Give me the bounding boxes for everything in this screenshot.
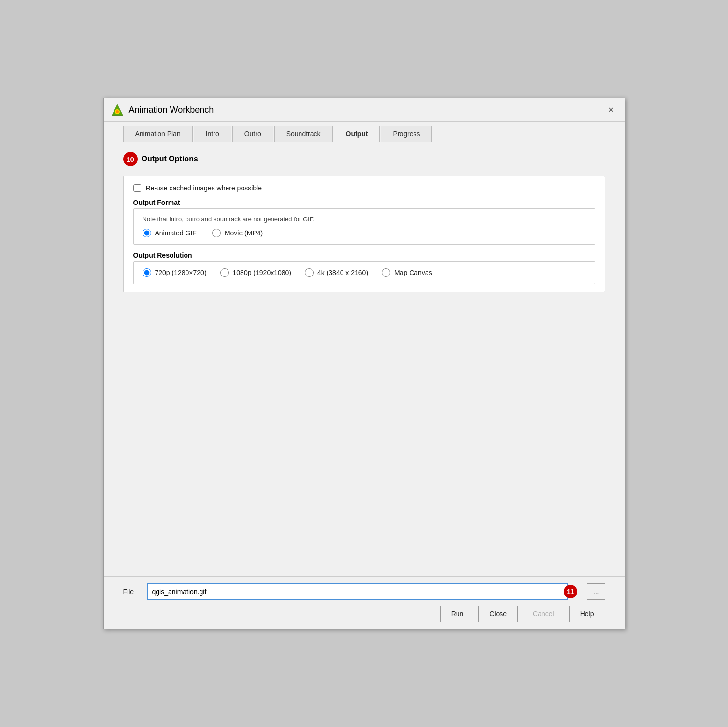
res-4k-label: 4k (3840 x 2160) bbox=[317, 269, 368, 276]
res-4k-radio[interactable] bbox=[305, 268, 314, 277]
format-mp4-item[interactable]: Movie (MP4) bbox=[212, 229, 263, 237]
cache-checkbox-row: Re-use cached images where possible bbox=[133, 184, 595, 192]
help-button[interactable]: Help bbox=[569, 606, 605, 622]
tab-outro[interactable]: Outro bbox=[232, 126, 273, 142]
close-button[interactable]: Close bbox=[478, 606, 518, 622]
res-720p-radio[interactable] bbox=[143, 268, 151, 277]
options-box: Re-use cached images where possible Outp… bbox=[123, 176, 605, 292]
format-box: Note that intro, outro and sountrack are… bbox=[133, 208, 595, 245]
format-mp4-label: Movie (MP4) bbox=[225, 229, 263, 237]
tab-soundtrack[interactable]: Soundtrack bbox=[274, 126, 333, 142]
close-window-button[interactable]: × bbox=[604, 103, 618, 116]
file-badge: 11 bbox=[564, 585, 577, 598]
format-radio-row: Animated GIF Movie (MP4) bbox=[143, 229, 586, 237]
cache-label[interactable]: Re-use cached images where possible bbox=[146, 184, 262, 192]
res-canvas-radio[interactable] bbox=[382, 268, 390, 277]
output-options-header: 10 Output Options bbox=[123, 152, 605, 166]
main-content: 10 Output Options Re-use cached images w… bbox=[104, 142, 625, 576]
format-note: Note that intro, outro and sountrack are… bbox=[143, 216, 586, 223]
res-canvas-label: Map Canvas bbox=[394, 269, 432, 276]
cancel-button[interactable]: Cancel bbox=[522, 606, 565, 622]
output-resolution-section: Output Resolution 720p (1280×720) 1080p … bbox=[133, 251, 595, 284]
window-title: Animation Workbench bbox=[129, 105, 214, 115]
cache-checkbox[interactable] bbox=[133, 184, 141, 192]
res-1080p-label: 1080p (1920x1080) bbox=[233, 269, 291, 276]
format-mp4-radio[interactable] bbox=[212, 229, 221, 237]
main-window: Animation Workbench × Animation Plan Int… bbox=[103, 98, 625, 629]
res-canvas-item[interactable]: Map Canvas bbox=[382, 268, 432, 277]
bottom-bar: File 11 ... Run Close Cancel Help bbox=[104, 576, 625, 629]
resolution-box: 720p (1280×720) 1080p (1920x1080) 4k (38… bbox=[133, 261, 595, 284]
output-section-title: Output Options bbox=[142, 155, 198, 163]
tab-progress[interactable]: Progress bbox=[381, 126, 432, 142]
format-gif-label: Animated GIF bbox=[155, 229, 197, 237]
file-label: File bbox=[123, 588, 143, 596]
file-row: File 11 ... bbox=[123, 583, 605, 600]
format-gif-item[interactable]: Animated GIF bbox=[143, 229, 197, 237]
res-1080p-radio[interactable] bbox=[220, 268, 229, 277]
tab-intro[interactable]: Intro bbox=[194, 126, 231, 142]
res-4k-item[interactable]: 4k (3840 x 2160) bbox=[305, 268, 368, 277]
title-bar: Animation Workbench × bbox=[104, 98, 625, 122]
tab-animation-plan[interactable]: Animation Plan bbox=[123, 126, 193, 142]
file-input[interactable] bbox=[147, 583, 568, 600]
action-row: Run Close Cancel Help bbox=[123, 606, 605, 622]
resolution-title: Output Resolution bbox=[133, 251, 595, 259]
run-button[interactable]: Run bbox=[440, 606, 475, 622]
svg-point-3 bbox=[116, 110, 119, 113]
title-bar-left: Animation Workbench bbox=[111, 103, 214, 116]
res-1080p-item[interactable]: 1080p (1920x1080) bbox=[220, 268, 291, 277]
format-gif-radio[interactable] bbox=[143, 229, 151, 237]
tab-bar: Animation Plan Intro Outro Soundtrack Ou… bbox=[104, 122, 625, 142]
browse-button[interactable]: ... bbox=[587, 583, 605, 600]
output-badge: 10 bbox=[123, 152, 138, 166]
format-title: Output Format bbox=[133, 199, 595, 206]
tab-output[interactable]: Output bbox=[334, 126, 380, 142]
output-format-section: Output Format Note that intro, outro and… bbox=[133, 199, 595, 245]
res-720p-label: 720p (1280×720) bbox=[155, 269, 207, 276]
resolution-radio-row: 720p (1280×720) 1080p (1920x1080) 4k (38… bbox=[143, 268, 586, 277]
res-720p-item[interactable]: 720p (1280×720) bbox=[143, 268, 207, 277]
file-input-wrapper: 11 bbox=[147, 583, 568, 600]
app-icon bbox=[111, 103, 124, 116]
